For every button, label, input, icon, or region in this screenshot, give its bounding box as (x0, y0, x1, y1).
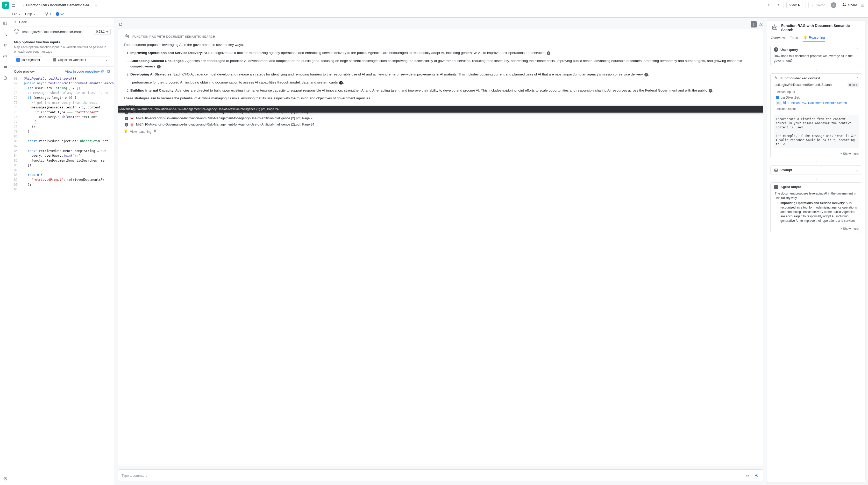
right-tabs: Overview Tools 💡 Reasoning (767, 34, 865, 42)
show-more-button[interactable]: Show more (771, 226, 862, 233)
svg-point-19 (4, 33, 6, 35)
left-pane: Back testLogicWithDocumentSemanticSearch… (10, 18, 114, 485)
send-icon[interactable] (753, 472, 760, 479)
share-button[interactable]: Share (842, 2, 857, 8)
sources-list: 1M-24-10-Advancing-Governance-Innovation… (124, 110, 757, 127)
header-right: ↶ ↷ View ✓ Saved ✓ Share (766, 2, 866, 8)
undo-icon[interactable]: ↶ (766, 2, 772, 8)
right-title: Function RAG with Document Semantic Sear… (781, 24, 862, 32)
refresh-icon[interactable] (118, 21, 124, 28)
svg-rect-28 (107, 70, 109, 73)
image-icon[interactable] (744, 472, 751, 479)
svg-point-8 (861, 4, 862, 4)
tab-tools[interactable]: Tools (790, 34, 798, 42)
rail-people-icon[interactable] (2, 41, 9, 49)
function-name: testLogicWithDocumentSemanticSearch (22, 30, 91, 34)
svg-point-12 (861, 6, 862, 6)
status-check-icon[interactable]: ✓ (831, 2, 836, 8)
breadcrumb-parent[interactable]: … (18, 3, 21, 7)
source-row[interactable]: 2M-24-10-Advancing-Governance-Innovation… (124, 116, 757, 121)
code-line: 81 const resolvedDssObjectSet: ObjectSet… (10, 139, 114, 144)
app-logo[interactable] (2, 2, 9, 9)
command-input[interactable] (122, 474, 742, 478)
view-repo-link[interactable]: View in code repository (65, 69, 104, 74)
code-line: 74 messages[messages.length - 1].content… (10, 105, 114, 110)
window-icon[interactable] (11, 3, 16, 7)
context-version-badge: 0.28.1 (847, 83, 859, 87)
caret-down-icon (106, 58, 108, 62)
view-button[interactable]: View (786, 2, 803, 8)
svg-point-44 (775, 27, 776, 28)
people-icon (842, 2, 846, 8)
info-icon[interactable]: i (751, 21, 757, 28)
tab-overview[interactable]: Overview (771, 34, 785, 42)
message-conclusion: These strategies aim to harness the pote… (124, 96, 757, 101)
chevron-down-icon (856, 168, 859, 172)
fn-input-link[interactable]: 92 Function RAG Document Semantic Search (776, 101, 859, 105)
variables-icon[interactable]: (x) (760, 23, 763, 26)
rail-chat-icon[interactable] (2, 63, 9, 70)
svg-point-1 (5, 4, 5, 5)
chevron-up-icon (856, 48, 859, 52)
fork-count[interactable]: 1 (45, 12, 51, 16)
message-list: Improving Operations and Service Deliver… (124, 50, 757, 93)
chevron-up-icon (856, 76, 859, 80)
panel-header[interactable]: Prompt (771, 166, 862, 175)
rail-history-icon[interactable] (2, 475, 9, 482)
agent-output-text: The document proposes leveraging AI in t… (774, 192, 859, 223)
citation-badge[interactable]: 1 (547, 51, 550, 55)
panel-header[interactable]: ? User query (771, 45, 862, 54)
code-line: 80 (10, 134, 114, 139)
app-header: … Function RAG Document Semantic Sea… ☆ … (0, 0, 868, 10)
menu-file[interactable]: File (12, 12, 21, 16)
panel-header[interactable]: fx Function-backed context (771, 74, 862, 83)
rail-var-icon[interactable]: (x) (2, 52, 9, 60)
menu-help[interactable]: Help (25, 12, 35, 16)
version-badge[interactable]: v2.0 (56, 12, 66, 16)
share-label: Share (848, 3, 857, 7)
chevron-up-icon (856, 185, 859, 189)
tab-reasoning[interactable]: 💡 Reasoning (803, 34, 825, 42)
menu-icon[interactable] (860, 2, 866, 8)
citation-badge[interactable]: 2 (644, 73, 648, 77)
message-item: xperformance for their procured AI, incl… (124, 80, 757, 85)
message-body: The document proposes leveraging AI in t… (124, 42, 757, 134)
svg-point-22 (5, 44, 6, 45)
delete-icon[interactable] (153, 129, 157, 134)
favorite-star-icon[interactable]: ☆ (95, 3, 98, 7)
source-text: M-24-10-Advancing-Governance-Innovation-… (136, 116, 312, 121)
main: (x) Back testLogicWithDocumentSemanticSe… (0, 18, 868, 485)
citation-badge[interactable]: 3 (339, 81, 343, 85)
rail-search-icon[interactable] (2, 31, 9, 38)
source-row[interactable]: 3M-24-10-Advancing-Governance-Innovation… (124, 122, 757, 127)
code-preview-label: Code preview (14, 69, 35, 74)
panel-function-context: fx Function-backed context testLogicWith… (770, 74, 862, 158)
svg-rect-37 (131, 118, 133, 120)
view-reasoning-link[interactable]: View reasoning (130, 130, 151, 134)
citation-badge[interactable]: 2 (709, 89, 712, 93)
svg-rect-42 (772, 26, 777, 30)
svg-point-2 (6, 4, 6, 5)
back-button[interactable]: Back (10, 18, 114, 26)
code-line: 83 const retrievedDocumentsPromptString … (10, 149, 114, 153)
input-chip[interactable]: dssObjectSet (14, 57, 42, 63)
breadcrumb-current[interactable]: Function RAG Document Semantic Sea… (26, 3, 93, 7)
fx-icon: fx (774, 76, 778, 80)
rail-export-icon[interactable] (2, 74, 9, 81)
code-line: 70 let userQuery: string[] = []; (10, 86, 114, 91)
saved-button: ✓ Saved (808, 2, 828, 8)
copy-icon[interactable] (106, 69, 110, 74)
code-viewer[interactable]: 68 @AipAgentsContextRetrieval()69 public… (10, 76, 114, 485)
rail-panel-icon[interactable] (2, 20, 9, 27)
show-more-button[interactable]: Show more (771, 151, 862, 158)
code-line: 79 } (10, 129, 114, 134)
code-line: 84 query: userQuery.join("\n"), (10, 153, 114, 158)
panel-header[interactable]: − Agent output (771, 182, 862, 192)
version-select[interactable]: 0.28.1 (94, 29, 111, 34)
variable-select[interactable]: Object set variable 1 (51, 57, 110, 63)
citation-badge[interactable]: 2 (157, 65, 161, 68)
redo-icon[interactable]: ↷ (775, 2, 781, 8)
question-icon: ? (774, 47, 778, 52)
context-fn-row: testLogicWithDocumentSemanticSearch 0.28… (774, 83, 859, 87)
flow-arrow-icon (770, 160, 862, 164)
